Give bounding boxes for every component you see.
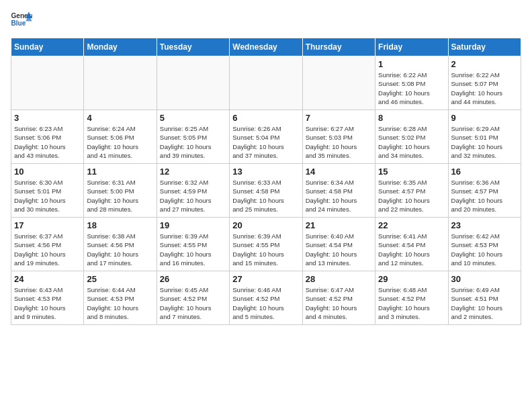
day-info: Sunrise: 6:29 AM Sunset: 5:01 PM Dayligh…: [451, 124, 518, 160]
day-number: 2: [451, 59, 518, 69]
day-cell: 8Sunrise: 6:28 AM Sunset: 5:02 PM Daylig…: [375, 110, 448, 164]
day-info: Sunrise: 6:48 AM Sunset: 4:52 PM Dayligh…: [378, 285, 445, 321]
day-info: Sunrise: 6:28 AM Sunset: 5:02 PM Dayligh…: [378, 124, 445, 160]
day-number: 10: [14, 167, 81, 177]
day-number: 20: [232, 220, 299, 230]
day-number: 4: [87, 113, 153, 123]
day-cell: 21Sunrise: 6:40 AM Sunset: 4:54 PM Dayli…: [302, 218, 375, 271]
day-number: 15: [378, 167, 445, 177]
day-cell: 19Sunrise: 6:39 AM Sunset: 4:55 PM Dayli…: [157, 218, 229, 271]
day-info: Sunrise: 6:23 AM Sunset: 5:06 PM Dayligh…: [14, 124, 81, 160]
day-cell: 11Sunrise: 6:31 AM Sunset: 5:00 PM Dayli…: [84, 164, 157, 218]
day-cell: 4Sunrise: 6:24 AM Sunset: 5:06 PM Daylig…: [84, 110, 157, 164]
col-header-saturday: Saturday: [448, 38, 521, 56]
day-cell: 26Sunrise: 6:45 AM Sunset: 4:52 PM Dayli…: [157, 271, 229, 325]
day-info: Sunrise: 6:46 AM Sunset: 4:52 PM Dayligh…: [232, 285, 299, 321]
day-number: 12: [160, 167, 226, 177]
day-number: 26: [160, 274, 226, 284]
day-info: Sunrise: 6:44 AM Sunset: 4:53 PM Dayligh…: [87, 285, 153, 321]
col-header-monday: Monday: [84, 38, 157, 56]
col-header-wednesday: Wednesday: [230, 38, 302, 56]
day-number: 9: [451, 113, 518, 123]
day-info: Sunrise: 6:49 AM Sunset: 4:51 PM Dayligh…: [451, 285, 518, 321]
day-cell: 13Sunrise: 6:33 AM Sunset: 4:58 PM Dayli…: [230, 164, 302, 218]
day-cell: [11, 56, 84, 110]
day-info: Sunrise: 6:42 AM Sunset: 4:53 PM Dayligh…: [451, 232, 518, 267]
week-row-4: 17Sunrise: 6:37 AM Sunset: 4:56 PM Dayli…: [11, 218, 521, 271]
week-row-3: 10Sunrise: 6:30 AM Sunset: 5:01 PM Dayli…: [11, 164, 521, 218]
day-cell: 12Sunrise: 6:32 AM Sunset: 4:59 PM Dayli…: [157, 164, 229, 218]
day-info: Sunrise: 6:45 AM Sunset: 4:52 PM Dayligh…: [160, 285, 226, 321]
day-info: Sunrise: 6:25 AM Sunset: 5:05 PM Dayligh…: [160, 124, 226, 160]
day-info: Sunrise: 6:35 AM Sunset: 4:57 PM Dayligh…: [378, 178, 445, 214]
day-cell: [230, 56, 302, 110]
day-info: Sunrise: 6:41 AM Sunset: 4:54 PM Dayligh…: [378, 232, 445, 267]
col-header-thursday: Thursday: [302, 38, 375, 56]
day-number: 24: [14, 274, 81, 284]
day-info: Sunrise: 6:38 AM Sunset: 4:56 PM Dayligh…: [87, 232, 153, 267]
day-info: Sunrise: 6:36 AM Sunset: 4:57 PM Dayligh…: [451, 178, 518, 214]
day-number: 5: [160, 113, 226, 123]
day-info: Sunrise: 6:39 AM Sunset: 4:55 PM Dayligh…: [232, 232, 299, 267]
day-number: 11: [87, 167, 153, 177]
day-cell: 14Sunrise: 6:34 AM Sunset: 4:58 PM Dayli…: [302, 164, 375, 218]
day-number: 18: [87, 220, 153, 230]
day-cell: 23Sunrise: 6:42 AM Sunset: 4:53 PM Dayli…: [448, 218, 521, 271]
day-number: 13: [232, 167, 299, 177]
day-cell: 5Sunrise: 6:25 AM Sunset: 5:05 PM Daylig…: [157, 110, 229, 164]
day-info: Sunrise: 6:37 AM Sunset: 4:56 PM Dayligh…: [14, 232, 81, 267]
day-info: Sunrise: 6:34 AM Sunset: 4:58 PM Dayligh…: [306, 178, 372, 214]
day-cell: 6Sunrise: 6:26 AM Sunset: 5:04 PM Daylig…: [230, 110, 302, 164]
header: General Blue: [11, 11, 521, 30]
day-number: 23: [451, 220, 518, 230]
day-cell: [157, 56, 229, 110]
day-info: Sunrise: 6:26 AM Sunset: 5:04 PM Dayligh…: [232, 124, 299, 160]
day-number: 28: [306, 274, 372, 284]
col-header-friday: Friday: [375, 38, 448, 56]
day-number: 21: [306, 220, 372, 230]
day-info: Sunrise: 6:30 AM Sunset: 5:01 PM Dayligh…: [14, 178, 81, 214]
day-info: Sunrise: 6:31 AM Sunset: 5:00 PM Dayligh…: [87, 178, 153, 214]
day-cell: 29Sunrise: 6:48 AM Sunset: 4:52 PM Dayli…: [375, 271, 448, 325]
day-number: 7: [306, 113, 372, 123]
day-info: Sunrise: 6:40 AM Sunset: 4:54 PM Dayligh…: [306, 232, 372, 267]
day-cell: [84, 56, 157, 110]
day-cell: [302, 56, 375, 110]
day-cell: 1Sunrise: 6:22 AM Sunset: 5:08 PM Daylig…: [375, 56, 448, 110]
day-info: Sunrise: 6:27 AM Sunset: 5:03 PM Dayligh…: [306, 124, 372, 160]
day-number: 1: [378, 59, 445, 69]
day-info: Sunrise: 6:39 AM Sunset: 4:55 PM Dayligh…: [160, 232, 226, 267]
day-cell: 25Sunrise: 6:44 AM Sunset: 4:53 PM Dayli…: [84, 271, 157, 325]
day-cell: 15Sunrise: 6:35 AM Sunset: 4:57 PM Dayli…: [375, 164, 448, 218]
week-row-5: 24Sunrise: 6:43 AM Sunset: 4:53 PM Dayli…: [11, 271, 521, 325]
svg-text:Blue: Blue: [11, 19, 26, 27]
logo-icon: General Blue: [11, 11, 32, 30]
week-row-2: 3Sunrise: 6:23 AM Sunset: 5:06 PM Daylig…: [11, 110, 521, 164]
day-cell: 27Sunrise: 6:46 AM Sunset: 4:52 PM Dayli…: [230, 271, 302, 325]
day-number: 30: [451, 274, 518, 284]
day-cell: 9Sunrise: 6:29 AM Sunset: 5:01 PM Daylig…: [448, 110, 521, 164]
day-number: 29: [378, 274, 445, 284]
day-number: 16: [451, 167, 518, 177]
day-cell: 28Sunrise: 6:47 AM Sunset: 4:52 PM Dayli…: [302, 271, 375, 325]
day-cell: 2Sunrise: 6:22 AM Sunset: 5:07 PM Daylig…: [448, 56, 521, 110]
day-info: Sunrise: 6:24 AM Sunset: 5:06 PM Dayligh…: [87, 124, 153, 160]
header-row: SundayMondayTuesdayWednesdayThursdayFrid…: [11, 38, 521, 56]
day-info: Sunrise: 6:43 AM Sunset: 4:53 PM Dayligh…: [14, 285, 81, 321]
day-info: Sunrise: 6:32 AM Sunset: 4:59 PM Dayligh…: [160, 178, 226, 214]
col-header-tuesday: Tuesday: [157, 38, 229, 56]
day-cell: 24Sunrise: 6:43 AM Sunset: 4:53 PM Dayli…: [11, 271, 84, 325]
day-info: Sunrise: 6:47 AM Sunset: 4:52 PM Dayligh…: [306, 285, 372, 321]
day-info: Sunrise: 6:22 AM Sunset: 5:07 PM Dayligh…: [451, 71, 518, 106]
day-number: 17: [14, 220, 81, 230]
day-cell: 17Sunrise: 6:37 AM Sunset: 4:56 PM Dayli…: [11, 218, 84, 271]
day-number: 19: [160, 220, 226, 230]
week-row-1: 1Sunrise: 6:22 AM Sunset: 5:08 PM Daylig…: [11, 56, 521, 110]
day-number: 14: [306, 167, 372, 177]
day-cell: 30Sunrise: 6:49 AM Sunset: 4:51 PM Dayli…: [448, 271, 521, 325]
logo: General Blue: [11, 11, 32, 30]
day-cell: 16Sunrise: 6:36 AM Sunset: 4:57 PM Dayli…: [448, 164, 521, 218]
day-number: 6: [232, 113, 299, 123]
day-info: Sunrise: 6:33 AM Sunset: 4:58 PM Dayligh…: [232, 178, 299, 214]
day-number: 27: [232, 274, 299, 284]
